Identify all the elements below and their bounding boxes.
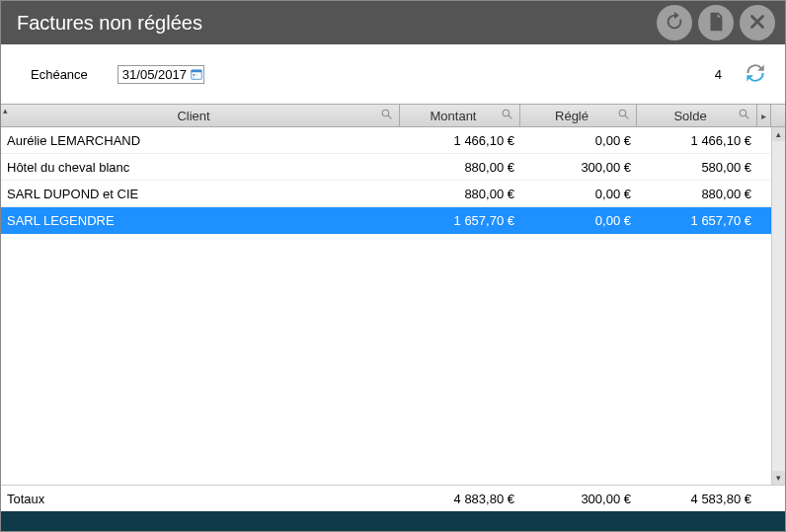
totals-solde: 4 583,80 € bbox=[637, 492, 757, 506]
row-count: 4 bbox=[715, 67, 722, 82]
totals-label: Totaux bbox=[1, 492, 400, 506]
due-date-input[interactable] bbox=[122, 67, 188, 82]
svg-point-7 bbox=[503, 110, 510, 116]
titlebar: Factures non réglées bbox=[1, 1, 785, 44]
svg-line-6 bbox=[388, 115, 391, 118]
due-date-label: Echéance bbox=[31, 67, 88, 82]
svg-line-12 bbox=[746, 115, 748, 118]
window-title: Factures non réglées bbox=[17, 12, 651, 35]
table-row[interactable]: SARL LEGENDRE1 657,70 €0,00 €1 657,70 € bbox=[1, 207, 771, 234]
cell-regle: 0,00 € bbox=[520, 133, 637, 148]
column-label: Réglé bbox=[526, 109, 617, 123]
filter-bar: Echéance 4 bbox=[1, 44, 785, 104]
sync-icon bbox=[743, 60, 768, 89]
scroll-right-button[interactable]: ▸ bbox=[757, 105, 771, 126]
cell-regle: 0,00 € bbox=[520, 187, 637, 201]
totals-row: Totaux 4 883,80 € 300,00 € 4 583,80 € bbox=[1, 486, 785, 511]
column-label: Client bbox=[7, 109, 380, 123]
close-icon bbox=[747, 11, 768, 36]
cell-solde: 1 657,70 € bbox=[637, 213, 757, 228]
column-header-montant[interactable]: Montant bbox=[400, 105, 520, 126]
cell-regle: 0,00 € bbox=[520, 213, 637, 228]
search-icon[interactable] bbox=[380, 108, 393, 123]
table-row[interactable]: Aurélie LEMARCHAND1 466,10 €0,00 €1 466,… bbox=[1, 127, 771, 154]
search-icon[interactable] bbox=[501, 108, 513, 123]
column-label: Solde bbox=[643, 109, 738, 123]
document-search-icon bbox=[705, 11, 727, 36]
svg-point-9 bbox=[619, 110, 626, 116]
svg-rect-4 bbox=[193, 76, 195, 78]
table-row[interactable]: SARL DUPOND et CIE880,00 €0,00 €880,00 € bbox=[1, 181, 771, 207]
column-header-client[interactable]: Client bbox=[1, 105, 400, 126]
cell-client: Hôtel du cheval blanc bbox=[1, 160, 400, 175]
totals-montant: 4 883,80 € bbox=[400, 492, 520, 506]
column-header-regle[interactable]: Réglé bbox=[520, 105, 637, 126]
due-date-field[interactable] bbox=[118, 65, 204, 84]
cell-client: SARL LEGENDRE bbox=[1, 213, 400, 228]
scroll-down-button[interactable]: ▾ bbox=[772, 471, 785, 485]
cell-solde: 580,00 € bbox=[637, 160, 757, 175]
cell-montant: 880,00 € bbox=[400, 160, 520, 175]
svg-rect-2 bbox=[193, 74, 195, 76]
svg-point-11 bbox=[740, 110, 747, 116]
scroll-up-button[interactable]: ▴ bbox=[772, 127, 785, 141]
svg-line-8 bbox=[509, 115, 511, 118]
vertical-scrollbar[interactable]: ▴ ▾ bbox=[771, 127, 785, 485]
svg-rect-1 bbox=[192, 70, 202, 72]
table-body-wrap: Aurélie LEMARCHAND1 466,10 €0,00 €1 466,… bbox=[1, 127, 785, 486]
footer-bar bbox=[1, 511, 785, 531]
cell-montant: 1 657,70 € bbox=[400, 213, 520, 228]
cell-solde: 880,00 € bbox=[637, 187, 757, 201]
svg-line-10 bbox=[625, 115, 628, 118]
window: Factures non réglées Echéance 4 bbox=[0, 0, 786, 532]
header-scroll-spacer bbox=[771, 105, 785, 126]
svg-rect-3 bbox=[196, 74, 197, 76]
table-header: ▴ Client Montant Réglé Solde ▸ bbox=[1, 104, 785, 127]
column-label: Montant bbox=[406, 109, 501, 123]
cell-client: SARL DUPOND et CIE bbox=[1, 187, 400, 201]
cell-montant: 880,00 € bbox=[400, 187, 520, 201]
preview-button[interactable] bbox=[698, 5, 734, 40]
totals-regle: 300,00 € bbox=[520, 492, 637, 506]
close-button[interactable] bbox=[740, 5, 775, 40]
cell-client: Aurélie LEMARCHAND bbox=[1, 133, 400, 148]
refresh-small-button[interactable] bbox=[742, 60, 769, 88]
table-row[interactable]: Hôtel du cheval blanc880,00 €300,00 €580… bbox=[1, 154, 771, 181]
cell-solde: 1 466,10 € bbox=[637, 133, 757, 148]
column-header-solde[interactable]: Solde bbox=[637, 105, 757, 126]
search-icon[interactable] bbox=[617, 108, 630, 123]
search-icon[interactable] bbox=[738, 108, 750, 123]
cell-montant: 1 466,10 € bbox=[400, 133, 520, 148]
table-body: Aurélie LEMARCHAND1 466,10 €0,00 €1 466,… bbox=[1, 127, 771, 485]
calendar-icon[interactable] bbox=[190, 67, 203, 81]
svg-point-5 bbox=[382, 110, 389, 116]
refresh-button[interactable] bbox=[657, 5, 692, 40]
refresh-icon bbox=[664, 11, 685, 36]
cell-regle: 300,00 € bbox=[520, 160, 637, 175]
